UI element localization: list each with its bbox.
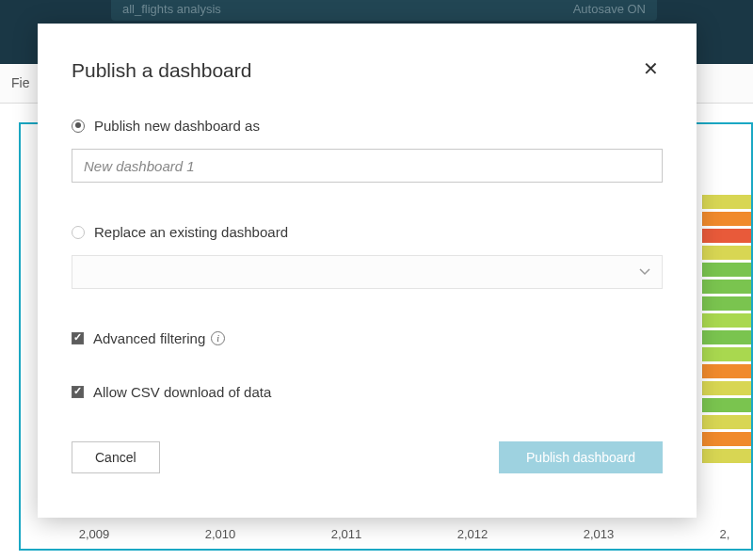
analysis-title-pill: all_flights analysis Autosave ON	[111, 0, 657, 21]
chart-bar	[702, 449, 751, 463]
chart-bar	[702, 280, 751, 294]
chart-bar	[702, 381, 751, 395]
chart-bar	[702, 263, 751, 277]
chart-bar	[702, 398, 751, 412]
axis-tick: 2,	[697, 527, 753, 541]
autosave-status: Autosave ON	[573, 2, 646, 16]
cancel-button[interactable]: Cancel	[72, 441, 160, 473]
info-icon[interactable]: i	[211, 331, 225, 345]
axis-tick: 2,009	[66, 527, 122, 541]
chart-bar	[702, 347, 751, 361]
x-axis-labels: 2,009 2,010 2,011 2,012 2,013 2,	[66, 527, 753, 541]
chart-bars	[702, 195, 751, 466]
replace-existing-option[interactable]: Replace an existing dashboard	[72, 224, 663, 240]
allow-csv-option[interactable]: Allow CSV download of data	[72, 384, 663, 400]
chart-bar	[702, 246, 751, 260]
close-icon: ✕	[643, 58, 659, 79]
analysis-name: all_flights analysis	[122, 2, 221, 16]
publish-new-option[interactable]: Publish new dashboard as	[72, 118, 663, 134]
checkbox-checked-icon	[72, 332, 84, 344]
chart-bar	[702, 212, 751, 226]
axis-tick: 2,010	[192, 527, 248, 541]
chart-bar	[702, 313, 751, 328]
replace-existing-label: Replace an existing dashboard	[94, 224, 288, 240]
publish-dashboard-modal: Publish a dashboard ✕ Publish new dashbo…	[38, 24, 697, 518]
modal-title: Publish a dashboard	[72, 59, 251, 82]
radio-unselected-icon	[72, 226, 85, 239]
radio-selected-icon	[72, 120, 85, 133]
chart-bar	[702, 415, 751, 429]
close-button[interactable]: ✕	[639, 59, 663, 78]
axis-tick: 2,013	[570, 527, 627, 541]
chart-bar	[702, 364, 751, 378]
existing-dashboard-dropdown[interactable]	[72, 255, 663, 289]
publish-new-label: Publish new dashboard as	[94, 118, 260, 134]
chart-bar	[702, 432, 751, 446]
chart-bar	[702, 195, 751, 209]
chevron-down-icon	[637, 264, 652, 282]
chart-bar	[702, 296, 751, 311]
axis-tick: 2,012	[444, 527, 501, 541]
advanced-filtering-option[interactable]: Advanced filtering i	[72, 330, 663, 346]
allow-csv-label: Allow CSV download of data	[93, 384, 271, 400]
new-dashboard-name-input[interactable]	[72, 149, 663, 183]
publish-dashboard-button[interactable]: Publish dashboard	[499, 441, 663, 473]
axis-tick: 2,011	[318, 527, 375, 541]
advanced-filtering-label: Advanced filtering	[93, 330, 205, 346]
checkbox-checked-icon	[72, 386, 84, 398]
toolbar-fields-label: Fie	[11, 75, 29, 90]
chart-bar	[702, 330, 751, 344]
chart-bar	[702, 229, 751, 243]
